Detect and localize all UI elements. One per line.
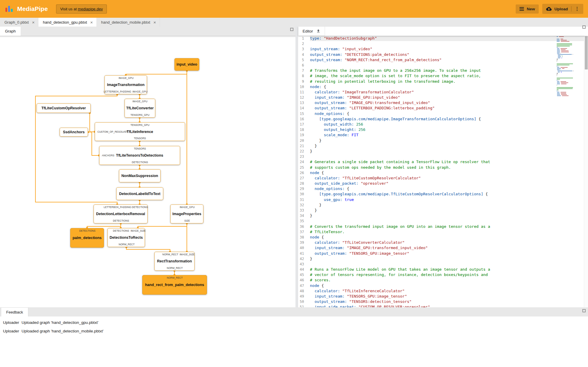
code-line-25[interactable]: 25# supports custom ops needed by the mo… [298,165,588,170]
code-line-50[interactable]: 50 output_stream: "TENSORS:detection_ten… [298,299,588,304]
code-line-13[interactable]: 13 output_stream: "IMAGE_GPU:transformed… [298,100,588,105]
tab-close-icon[interactable]: × [31,20,35,25]
graph-node-TfLiteInference[interactable]: TENSORS_GPUTENSORSCUSTOM_OP_RESOLVERTfLi… [95,122,185,141]
code-line-26[interactable]: 26node { [298,170,588,176]
code-line-23[interactable]: 23 [298,154,588,159]
expand-editor-panel-icon[interactable] [582,25,586,29]
graph-node-hand_rect_from_palm_detections[interactable]: NORM_RECThand_rect_from_palm_detections [142,275,207,295]
file-tab-0[interactable]: Graph_0.pbtxt× [0,18,38,27]
expand-feedback-panel-icon[interactable] [582,309,586,312]
minimap-line [557,81,583,82]
code-line-47[interactable]: 47node { [298,283,588,288]
code-line-29[interactable]: 29 node_options: { [298,186,588,191]
code-line-42[interactable]: 42} [298,256,588,262]
graph-node-palm_detections[interactable]: DETECTIONSpalm_detections [70,228,104,248]
code-line-28[interactable]: 28 output_side_packet: "opresolver" [298,181,588,186]
file-tab-2[interactable]: hand_detection_mobile.pbtxt× [97,18,160,27]
code-line-19[interactable]: 19 scale_mode: FIT [298,132,588,138]
code-line-1[interactable]: 1type: "HandDetectionSubgraph" [298,36,588,41]
line-text: use_gpu: true [310,197,588,202]
code-line-38[interactable]: 38node { [298,235,588,240]
code-line-5[interactable]: 5output_stream: "NORM_RECT:hand_rect_fro… [298,57,588,63]
code-line-34[interactable]: 34} [298,213,588,218]
line-number: 30 [298,191,310,197]
code-line-10[interactable]: 10node: { [298,84,588,90]
code-line-4[interactable]: 4output_stream: "DETECTIONS:palm_detecti… [298,52,588,57]
code-line-41[interactable]: 41 output_stream: "TENSORS_GPU:image_ten… [298,251,588,256]
graph-node-ImageTransformation[interactable]: IMAGE_GPULETTERBOX_PADDINGIMAGE_GPUImage… [104,75,147,94]
graph-tab[interactable]: Graph [0,27,21,36]
code-line-45[interactable]: 45# vector of tensors representing, for … [298,272,588,277]
graph-node-DetectionLetterboxRemoval[interactable]: LETTERBOX_PADDINGDETECTIONSDETECTIONSDet… [94,204,148,223]
code-line-49[interactable]: 49 input_stream: "TENSORS_GPU:image_tens… [298,294,588,299]
code-line-17[interactable]: 17 output_width: 256 [298,122,588,127]
graph-node-TfLiteCustomOpResolver[interactable]: TfLiteCustomOpResolver [37,103,91,113]
port-label-size: SIZE [184,219,190,222]
code-line-6[interactable]: 6 [298,63,588,68]
code-line-2[interactable]: 2 [298,41,588,46]
minimap-line [557,56,583,57]
feedback-tab[interactable]: Feedback [1,307,28,316]
code-line-20[interactable]: 20 } [298,138,588,143]
graph-node-DetectionLabelIdToText[interactable]: DetectionLabelIdToText [116,187,163,200]
line-text: } [310,256,588,262]
code-line-35[interactable]: 35 [298,218,588,224]
code-line-16[interactable]: 16 [type.googleapis.com/mediapipe.ImageT… [298,116,588,122]
code-line-9[interactable]: 9# resulting in potential letterboxing i… [298,79,588,84]
graph-node-TfLiteTensorsToDetections[interactable]: TENSORSDETECTIONSANCHORSTfLiteTensorsToD… [99,146,180,165]
code-line-21[interactable]: 21 } [298,143,588,149]
graph-node-TfLiteConverter[interactable]: IMAGE_GPUTENSORS_GPUTfLiteConverter [125,99,155,118]
code-line-30[interactable]: 30 [type.googleapis.com/mediapipe.TfLite… [298,191,588,197]
minimap[interactable] [557,36,583,97]
line-number: 50 [298,299,310,304]
code-line-36[interactable]: 36# Converts the transformed input image… [298,224,588,229]
code-line-27[interactable]: 27 calculator: "TfLiteCustomOpResolverCa… [298,176,588,181]
file-tab-1[interactable]: hand_detection_gpu.pbtxt× [38,18,97,27]
graph-canvas[interactable]: input_videoIMAGE_GPULETTERBOX_PADDINGIMA… [0,36,295,307]
graph-node-SsdAnchors[interactable]: SsdAnchors [60,128,88,137]
scrollbar-thumb[interactable] [585,36,588,69]
tab-close-icon[interactable]: × [90,20,94,25]
minimap-line [557,68,583,69]
line-number: 1 [298,36,310,41]
feedback-entry: UploaderUploaded graph 'hand_detection_m… [0,327,588,336]
code-line-32[interactable]: 32 } [298,202,588,208]
download-icon[interactable] [316,29,321,33]
code-line-44[interactable]: 44# Runs a TensorFlow Lite model on GPU … [298,267,588,272]
code-line-8[interactable]: 8# image, the scale_mode option is set t… [298,73,588,79]
code-line-33[interactable]: 33 } [298,208,588,213]
code-line-31[interactable]: 31 use_gpu: true [298,197,588,202]
code-line-12[interactable]: 12 input_stream: "IMAGE_GPU:input_video" [298,95,588,100]
code-line-11[interactable]: 11 calculator: "ImageTransformationCalcu… [298,90,588,95]
upload-button[interactable]: Upload ⋮ [542,4,583,14]
code-line-51[interactable]: 51 input_side_packet: "CUSTOM_OP_RESOLVE… [298,304,588,307]
graph-node-ImageProperties[interactable]: IMAGE_GPUSIZEImageProperties [170,204,203,223]
code-line-14[interactable]: 14 output_stream: "LETTERBOX_PADDING:let… [298,105,588,111]
code-editor[interactable]: 1type: "HandDetectionSubgraph"23input_st… [298,36,588,307]
new-graph-icon [520,7,524,11]
code-line-15[interactable]: 15 node_options: { [298,111,588,116]
code-line-3[interactable]: 3input_stream: "input_video" [298,46,588,52]
code-line-46[interactable]: 46# scores. [298,277,588,283]
kebab-menu-icon[interactable]: ⋮ [575,7,579,11]
line-number: 12 [298,95,310,100]
mediapipe-dev-link[interactable]: mediapipe.dev [78,7,103,11]
new-button[interactable]: New [516,4,539,14]
code-line-39[interactable]: 39 calculator: "TfLiteConverterCalculato… [298,240,588,245]
code-line-48[interactable]: 48 calculator: "TfLiteInferenceCalculato… [298,288,588,294]
tab-close-icon[interactable]: × [153,20,157,25]
code-line-7[interactable]: 7# Transforms the input image on GPU to … [298,68,588,73]
graph-node-RectTransformation[interactable]: NORM_RECTIMAGE_SIZENORM_RECTRectTransfor… [154,252,195,271]
editor-scrollbar[interactable] [584,36,588,307]
line-text: } [310,202,588,208]
graph-node-DetectionsToRects[interactable]: DETECTIONSIMAGE_SIZENORM_RECTDetectionsT… [107,228,145,247]
graph-node-input_video[interactable]: input_video [174,58,199,71]
code-line-18[interactable]: 18 output_height: 256 [298,127,588,132]
code-line-22[interactable]: 22} [298,149,588,154]
code-line-43[interactable]: 43 [298,262,588,267]
graph-node-NonMaxSuppression[interactable]: NonMaxSuppression [119,169,161,182]
code-line-40[interactable]: 40 input_stream: "IMAGE_GPU:transformed_… [298,245,588,251]
expand-graph-panel-icon[interactable] [290,28,293,31]
code-line-37[interactable]: 37# TfLiteTensor. [298,229,588,235]
code-line-24[interactable]: 24# Generates a single side packet conta… [298,159,588,165]
